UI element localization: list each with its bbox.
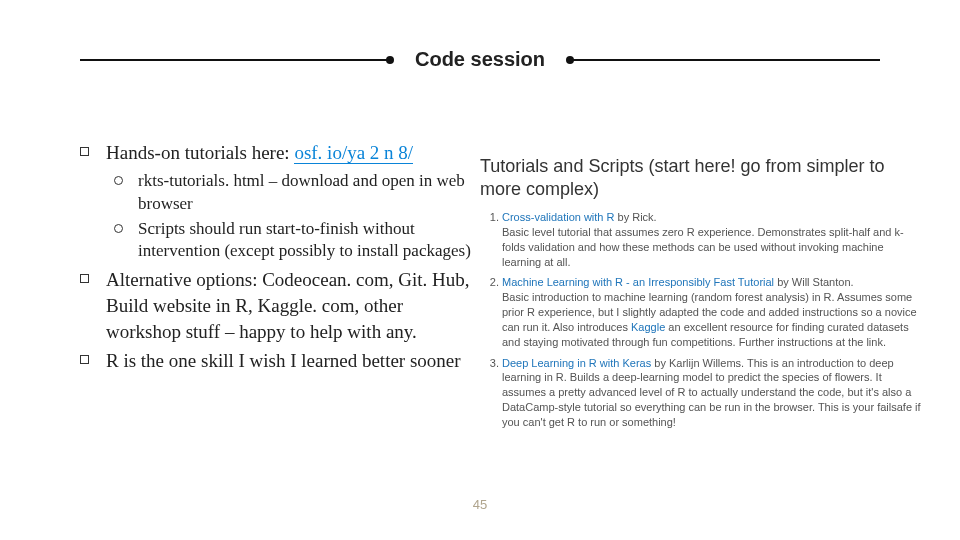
embed-item-1: Cross-validation with R by Rick. Basic l… (502, 210, 925, 269)
embed-item-3-title[interactable]: Deep Learning in R with Keras (502, 357, 651, 369)
embed-item-1-by: by Rick. (614, 211, 656, 223)
slide: Code session Hands-on tutorials here: os… (0, 0, 960, 540)
embed-item-3: Deep Learning in R with Keras by Karlijn… (502, 356, 925, 430)
kaggle-link[interactable]: Kaggle (631, 321, 665, 333)
embed-item-1-body: Basic level tutorial that assumes zero R… (502, 226, 904, 268)
embed-item-1-title[interactable]: Cross-validation with R (502, 211, 614, 223)
embed-item-2-title[interactable]: Machine Learning with R - an Irresponsib… (502, 276, 774, 288)
rule-left (80, 59, 391, 61)
embed-item-2: Machine Learning with R - an Irresponsib… (502, 275, 925, 349)
tutorials-link[interactable]: osf. io/ya 2 n 8/ (294, 142, 413, 164)
subbullet-1: rkts-tutorials. html – download and open… (114, 170, 480, 216)
slide-title: Code session (391, 48, 569, 71)
bullet-2: Alternative options: Codeocean. com, Git… (80, 267, 480, 344)
page-number: 45 (0, 497, 960, 512)
rule-right (569, 59, 880, 61)
title-row: Code session (0, 48, 960, 71)
bullet-1: Hands-on tutorials here: osf. io/ya 2 n … (80, 140, 480, 263)
embed-item-2-by: by Will Stanton. (774, 276, 853, 288)
subbullet-2: Scripts should run start-to-finish witho… (114, 218, 480, 264)
embedded-panel: Tutorials and Scripts (start here! go fr… (480, 155, 925, 436)
bullet-3: R is the one skill I wish I learned bett… (80, 348, 480, 374)
body-content: Hands-on tutorials here: osf. io/ya 2 n … (80, 140, 480, 378)
embed-item-3-by: by Karlijn Willems. (651, 357, 747, 369)
bullet-1-text: Hands-on tutorials here: (106, 142, 294, 163)
embed-heading: Tutorials and Scripts (start here! go fr… (480, 155, 925, 200)
